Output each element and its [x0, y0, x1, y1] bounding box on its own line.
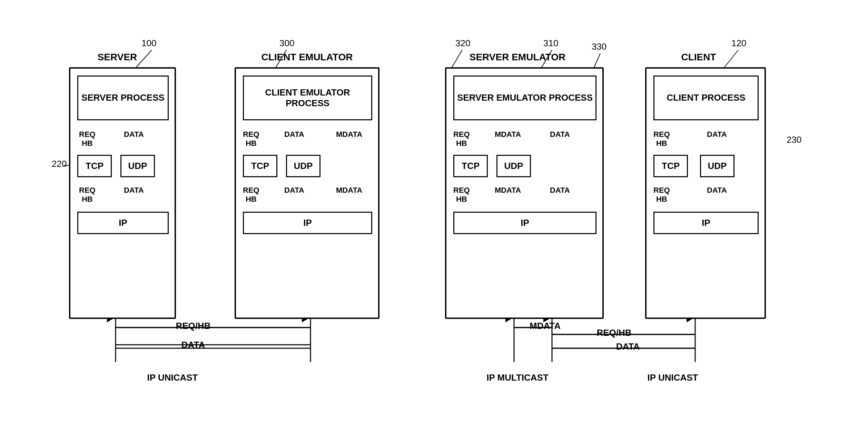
- ce-udp-box: UDP: [286, 155, 320, 177]
- client-emulator-process-box: CLIENT EMULATOR PROCESS: [243, 76, 372, 120]
- cl-tcp-label: TCP: [662, 161, 680, 171]
- se-udp-label: UDP: [504, 161, 523, 171]
- client-label: CLIENT: [655, 52, 742, 63]
- ref-230: 230: [787, 134, 801, 145]
- se-ip-box: IP: [453, 212, 596, 234]
- cl-req-label-2: REQHB: [653, 186, 670, 204]
- reqhb-bus-label: REQ/HB: [159, 321, 228, 331]
- se-udp-box: UDP: [496, 155, 531, 177]
- ce-mdata-label-2: MDATA: [336, 186, 362, 195]
- ref-330: 330: [592, 41, 606, 52]
- server-req-label-2: REQHB: [79, 186, 96, 204]
- se-data-label-2: DATA: [550, 186, 570, 195]
- server-tcp-box: TCP: [77, 155, 112, 177]
- server-data-label-1: DATA: [124, 130, 144, 139]
- client-emulator-process-label: CLIENT EMULATOR PROCESS: [244, 87, 371, 109]
- ce-mdata-label-1: MDATA: [336, 130, 362, 139]
- server-req-label-1: REQHB: [79, 130, 96, 148]
- se-ip-label: IP: [521, 218, 529, 228]
- ref-120: 120: [731, 38, 746, 49]
- ref-100: 100: [141, 38, 156, 49]
- server-emulator-process-box: SERVER EMULATOR PROCESS: [453, 76, 596, 120]
- cl-ip-label: IP: [702, 218, 710, 228]
- cl-ip-box: IP: [653, 212, 759, 234]
- cl-udp-label: UDP: [708, 161, 727, 171]
- ref-220: 220: [52, 159, 67, 169]
- ce-req-label-1: REQHB: [243, 130, 259, 148]
- ce-data-label-1: DATA: [284, 130, 304, 139]
- ip-unicast-label-2: IP UNICAST: [604, 372, 742, 383]
- data-bus-label-2: DATA: [593, 341, 662, 352]
- se-tcp-box: TCP: [453, 155, 488, 177]
- ip-unicast-label-1: IP UNICAST: [103, 372, 241, 383]
- client-emulator-main-box: CLIENT EMULATOR PROCESS REQHB DATA MDATA…: [235, 67, 379, 319]
- server-emulator-label: SERVER EMULATOR: [452, 52, 583, 63]
- server-process-label: SERVER PROCESS: [81, 92, 165, 103]
- se-mdata-label-2: MDATA: [495, 186, 521, 195]
- se-req-label-1: REQHB: [453, 130, 470, 148]
- diagram-container: 100 300 320 310 330 120 SERVER CLIENT EM…: [0, 0, 868, 422]
- server-process-box: SERVER PROCESS: [77, 76, 169, 120]
- mdata-bus-label: MDATA: [511, 321, 580, 331]
- ref-310: 310: [543, 38, 558, 49]
- server-udp-box: UDP: [120, 155, 155, 177]
- server-ip-label: IP: [119, 218, 127, 228]
- ce-ip-box: IP: [243, 212, 372, 234]
- se-req-label-2: REQHB: [453, 186, 470, 204]
- reqhb-bus-label-2: REQ/HB: [580, 328, 649, 338]
- ce-ip-label: IP: [303, 218, 312, 228]
- server-label: SERVER: [69, 52, 166, 63]
- ce-udp-label: UDP: [294, 161, 313, 171]
- ip-multicast-label: IP MULTICAST: [448, 372, 586, 383]
- cl-tcp-box: TCP: [653, 155, 688, 177]
- client-process-label: CLIENT PROCESS: [667, 92, 745, 103]
- ref-320: 320: [455, 38, 470, 49]
- cl-req-label-1: REQHB: [653, 130, 670, 148]
- svg-line-10: [593, 53, 600, 69]
- server-ip-box: IP: [77, 212, 169, 234]
- cl-udp-box: UDP: [700, 155, 734, 177]
- cl-data-label-1: DATA: [707, 130, 727, 139]
- client-process-box: CLIENT PROCESS: [653, 76, 759, 120]
- ce-req-label-2: REQHB: [243, 186, 259, 204]
- server-tcp-label: TCP: [86, 161, 103, 171]
- se-mdata-label-1: MDATA: [495, 130, 521, 139]
- data-bus-label-1: DATA: [159, 340, 228, 350]
- ce-tcp-box: TCP: [243, 155, 277, 177]
- client-main-box: CLIENT PROCESS REQHB DATA TCP UDP REQHB …: [645, 67, 766, 319]
- server-data-label-2: DATA: [124, 186, 144, 195]
- server-emulator-main-box: SERVER EMULATOR PROCESS REQHB MDATA DATA…: [445, 67, 604, 319]
- server-udp-label: UDP: [128, 161, 147, 171]
- client-emulator-label: CLIENT EMULATOR: [241, 52, 373, 63]
- se-tcp-label: TCP: [462, 161, 480, 171]
- se-data-label-1: DATA: [550, 130, 570, 139]
- server-emulator-process-label: SERVER EMULATOR PROCESS: [457, 92, 593, 103]
- cl-data-label-2: DATA: [707, 186, 727, 195]
- ref-300: 300: [279, 38, 294, 49]
- ce-data-label-2: DATA: [284, 186, 304, 195]
- server-main-box: SERVER PROCESS REQHB DATA TCP UDP REQHB …: [69, 67, 176, 319]
- ce-tcp-label: TCP: [251, 161, 269, 171]
